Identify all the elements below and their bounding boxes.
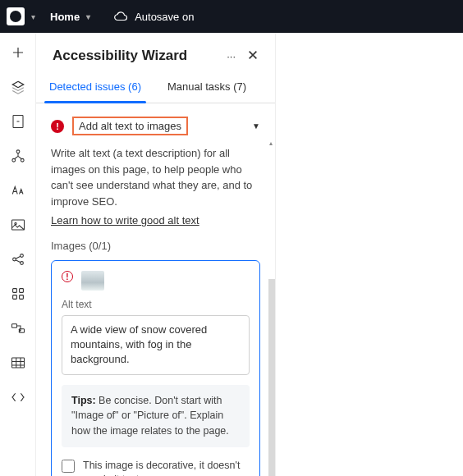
error-icon: ! — [51, 120, 64, 133]
image-alt-card: ! Alt text A wide view of snow covered m… — [51, 260, 260, 476]
code-icon[interactable] — [10, 389, 26, 405]
image-icon[interactable] — [10, 217, 26, 233]
issue-header[interactable]: ! Add alt text to images ▼ — [51, 117, 260, 135]
svg-point-7 — [20, 254, 23, 258]
top-bar: ▾ Home ▾ Autosave on — [0, 0, 463, 33]
svg-point-1 — [16, 150, 20, 153]
add-icon[interactable] — [10, 44, 26, 61]
svg-rect-10 — [19, 289, 23, 293]
sitemap-icon[interactable] — [10, 148, 26, 164]
svg-rect-11 — [12, 295, 16, 300]
tips-text: Be concise. Don't start with "Image of" … — [71, 395, 229, 437]
autosave-label: Autosave on — [135, 11, 194, 23]
tab-detected-issues[interactable]: Detected issues (6) — [48, 72, 143, 103]
panel-content: ! Add alt text to images ▼ Write alt tex… — [36, 103, 275, 476]
chevron-down-icon: ▾ — [86, 12, 90, 21]
cloud-icon — [113, 11, 128, 22]
panel-title: Accessibility Wizard — [53, 48, 187, 64]
svg-point-8 — [20, 262, 23, 265]
page-icon[interactable] — [10, 113, 26, 130]
home-label: Home — [50, 11, 80, 23]
more-icon[interactable]: ··· — [227, 50, 236, 62]
svg-point-6 — [12, 258, 16, 261]
text-style-icon[interactable] — [10, 182, 26, 199]
decorative-checkbox[interactable] — [62, 460, 75, 473]
svg-rect-13 — [11, 324, 16, 328]
svg-point-5 — [14, 222, 16, 224]
autosave-toggle[interactable]: Autosave on — [105, 7, 202, 26]
scroll-up-icon[interactable]: ▴ — [268, 140, 273, 146]
issue-description: Write alt text (a text description) for … — [51, 145, 260, 209]
close-icon[interactable] — [247, 49, 259, 63]
tips-label: Tips: — [71, 395, 96, 406]
images-count: Images (0/1) — [51, 240, 260, 252]
app-logo[interactable] — [7, 7, 25, 25]
decorative-label: This image is decorative, it doesn't nee… — [83, 459, 250, 476]
scrollbar[interactable] — [268, 279, 275, 476]
issue-title: Add alt text to images — [72, 117, 188, 135]
tab-manual-tasks[interactable]: Manual tasks (7) — [166, 72, 248, 103]
image-thumbnail[interactable] — [81, 271, 104, 291]
warning-icon: ! — [62, 271, 73, 282]
alt-text-label: Alt text — [62, 299, 250, 310]
share-icon[interactable] — [10, 251, 26, 268]
tips-box: Tips: Be concise. Don't start with "Imag… — [62, 385, 250, 447]
svg-rect-15 — [11, 358, 24, 368]
apps-icon[interactable] — [10, 286, 26, 302]
svg-rect-9 — [12, 289, 16, 293]
svg-rect-12 — [19, 295, 23, 300]
automation-icon[interactable] — [10, 320, 26, 336]
chevron-down-icon: ▼ — [252, 121, 260, 130]
left-tool-rail — [0, 33, 36, 476]
logo-dropdown-icon[interactable]: ▾ — [31, 12, 35, 21]
accessibility-panel: Accessibility Wizard ··· Detected issues… — [36, 33, 276, 476]
panel-tabs: Detected issues (6) Manual tasks (7) — [36, 72, 275, 103]
table-icon[interactable] — [10, 355, 26, 371]
alt-text-input[interactable]: A wide view of snow covered mountains, w… — [62, 315, 250, 375]
learn-more-link[interactable]: Learn how to write good alt text — [51, 214, 199, 227]
layers-icon[interactable] — [10, 79, 26, 95]
home-button[interactable]: Home ▾ — [42, 7, 99, 26]
